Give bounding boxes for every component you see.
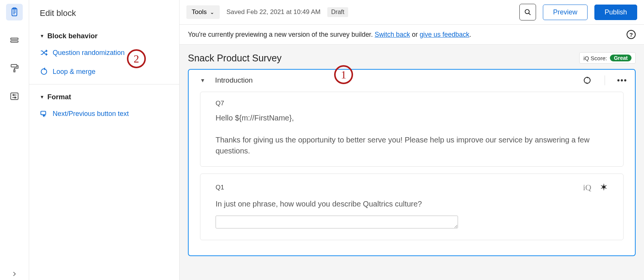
text-response-input[interactable]	[216, 216, 458, 228]
publish-button[interactable]: Publish	[594, 5, 637, 20]
svg-rect-9	[11, 93, 18, 99]
main-area: Tools ⌄ Saved Feb 22, 2021 at 10:49 AM D…	[180, 0, 644, 280]
iq-icon[interactable]: iQ	[583, 183, 591, 192]
preview-button[interactable]: Preview	[543, 5, 588, 20]
block-more-menu[interactable]: •••	[617, 76, 627, 85]
question-card-q7[interactable]: Q7 Hello ${m://FirstName}, Thanks for gi…	[200, 92, 624, 167]
survey-title: Snack Product Survey	[188, 53, 281, 64]
clipboard-icon	[9, 7, 19, 17]
required-star-icon: ✶	[600, 181, 608, 193]
banner-post: .	[469, 31, 471, 38]
item-label: Question randomization	[53, 49, 125, 57]
svg-rect-7	[11, 64, 17, 67]
rail-expand[interactable]	[0, 270, 29, 278]
panel-title: Edit block	[29, 8, 179, 18]
banner-pre: You're currently previewing a new versio…	[188, 31, 375, 38]
shuffle-icon	[40, 48, 48, 57]
paint-roller-icon	[9, 63, 19, 73]
toolbar: Tools ⌄ Saved Feb 22, 2021 at 10:49 AM D…	[180, 0, 644, 25]
block-header: ▼ Introduction •••	[189, 70, 635, 91]
cursor-text-icon	[40, 109, 48, 118]
feedback-link[interactable]: give us feedback	[420, 31, 469, 38]
svg-line-17	[529, 13, 531, 15]
divider	[29, 84, 179, 84]
question-text: Hello ${m://FirstName}, Thanks for givin…	[216, 113, 608, 156]
help-button[interactable]: ?	[627, 30, 636, 39]
item-loop-merge[interactable]: Loop & merge	[29, 62, 179, 81]
svg-point-18	[584, 77, 590, 83]
svg-point-16	[525, 9, 529, 14]
banner-text: You're currently previewing a new versio…	[188, 31, 471, 39]
nav-rail	[0, 0, 29, 280]
question-id: Q1	[216, 184, 224, 191]
banner-mid: or	[410, 31, 419, 38]
canvas: Snack Product Survey iQ Score: Great ▼ I…	[180, 45, 644, 280]
iq-label: iQ Score:	[583, 55, 607, 61]
svg-rect-5	[11, 38, 18, 40]
section-label: Format	[47, 93, 71, 101]
svg-point-14	[41, 69, 47, 75]
search-icon	[524, 8, 532, 16]
iq-score-box[interactable]: iQ Score: Great	[579, 52, 636, 64]
collapse-block-icon[interactable]: ▼	[200, 77, 205, 83]
separator	[605, 75, 605, 85]
tools-dropdown[interactable]: Tools ⌄	[186, 5, 220, 19]
item-label: Next/Previous button text	[53, 110, 129, 118]
flow-icon	[9, 35, 19, 45]
survey-block[interactable]: ▼ Introduction ••• Q7	[188, 69, 636, 256]
sliders-icon	[9, 91, 19, 101]
question-id: Q7	[216, 100, 608, 107]
item-label: Loop & merge	[53, 68, 95, 76]
caret-down-icon: ▼	[40, 94, 44, 100]
saved-status: Saved Feb 22, 2021 at 10:49 AM	[227, 8, 321, 16]
rail-item-look[interactable]	[6, 60, 23, 77]
rail-item-survey[interactable]	[6, 4, 23, 20]
block-name[interactable]: Introduction	[215, 76, 253, 84]
edit-block-panel: Edit block ▼ Block behavior Question ran…	[29, 0, 180, 280]
question-card-q1[interactable]: Q1 iQ ✶ In just one phrase, how would yo…	[200, 174, 624, 240]
search-button[interactable]	[519, 4, 536, 20]
switch-back-link[interactable]: Switch back	[375, 31, 410, 38]
caret-down-icon: ▼	[40, 33, 44, 39]
q7-line2: Thanks for giving us the opportunity to …	[216, 136, 589, 155]
preview-banner: You're currently previewing a new versio…	[180, 25, 644, 45]
svg-rect-6	[11, 41, 18, 42]
section-format[interactable]: ▼ Format	[29, 90, 179, 104]
question-text: In just one phrase, how would you descri…	[216, 199, 608, 210]
draft-badge: Draft	[327, 7, 348, 17]
iq-value: Great	[610, 55, 631, 61]
loop-icon	[40, 67, 48, 76]
rail-item-options[interactable]	[6, 88, 23, 105]
svg-rect-8	[14, 70, 15, 72]
rail-item-flow[interactable]	[6, 32, 23, 48]
chevron-right-icon	[11, 270, 18, 278]
svg-rect-15	[41, 111, 46, 115]
block-loop-icon[interactable]	[582, 75, 592, 86]
item-next-previous-text[interactable]: Next/Previous button text	[29, 104, 179, 123]
chevron-down-icon: ⌄	[210, 9, 214, 15]
section-label: Block behavior	[47, 32, 98, 40]
tools-label: Tools	[192, 8, 207, 16]
section-block-behavior[interactable]: ▼ Block behavior	[29, 29, 179, 43]
item-question-randomization[interactable]: Question randomization	[29, 43, 179, 62]
q7-line1: Hello ${m://FirstName},	[216, 114, 294, 122]
